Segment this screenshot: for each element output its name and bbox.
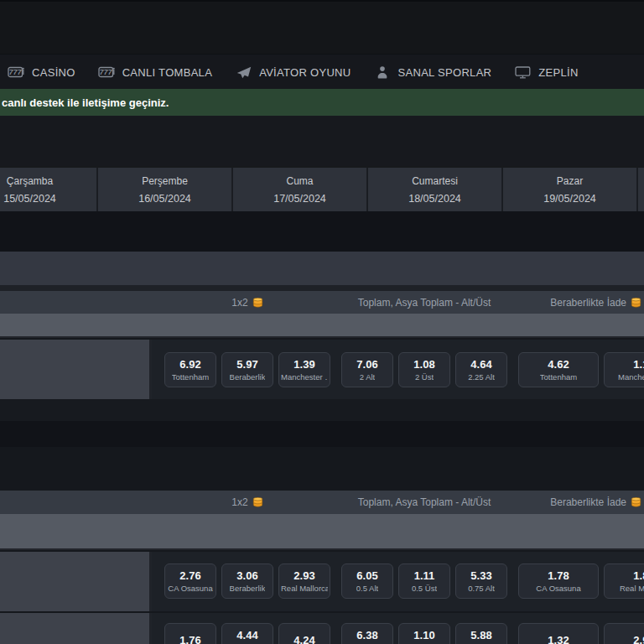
market-header-1x2: 1x2 (164, 291, 330, 314)
odds-label: CA Osasuna (536, 584, 580, 594)
odds-button[interactable]: 1.32 (518, 623, 599, 644)
person-icon (374, 65, 392, 80)
odds-value: 4.44 (236, 629, 257, 641)
date-tab-day: Çarşamba (7, 175, 53, 187)
odds-button[interactable]: 1.082 Üst (398, 352, 450, 387)
odds-value: 2.92 (633, 634, 644, 644)
odds-button[interactable]: 4.642.25 Alt (455, 352, 507, 387)
odds-label: Manchester … (281, 372, 328, 382)
nav-item-label: SANAL SPORLAR (398, 66, 492, 79)
date-tab[interactable]: Pazar19/05/2024 (503, 168, 638, 211)
coins-icon (252, 298, 263, 308)
background-band (0, 421, 644, 447)
odds-value: 1.82 (633, 569, 644, 582)
odds-button[interactable]: 5.882 Alt (455, 623, 507, 644)
nav-item-sanal-sporlar[interactable]: SANAL SPORLAR (374, 65, 492, 80)
date-tab[interactable] (638, 168, 644, 211)
market-header-row: 1x2Toplam, Asya Toplam - Alt/ÜstBeraberl… (0, 491, 644, 514)
odds-label: Beraberlik (230, 372, 266, 382)
match-info-panel[interactable] (0, 613, 152, 644)
date-tab-date: 16/05/2024 (138, 193, 191, 205)
odds-button[interactable]: 4.24 (278, 623, 330, 644)
market-header-label: Beraberlikte İade (550, 496, 626, 508)
odds-button[interactable]: 6.381.75 Alt (341, 623, 393, 644)
date-tab-day: Cuma (286, 175, 313, 187)
market-header-label: Beraberlikte İade (550, 297, 626, 309)
match-info-panel[interactable] (0, 340, 152, 399)
plane-icon (235, 65, 252, 80)
coins-icon (252, 497, 263, 507)
nav-item-label: ZEPLİN (538, 66, 578, 79)
match-info-panel[interactable] (0, 552, 152, 611)
odds-button[interactable]: 1.78CA Osasuna (518, 564, 599, 599)
odds-label: Real Mallorca (281, 584, 328, 594)
background-band (0, 447, 644, 491)
nav-item-label: CANLI TOMBALA (122, 66, 212, 79)
svg-text:777: 777 (9, 68, 23, 76)
odds-label: CA Osasuna (168, 584, 212, 594)
odds-button[interactable]: 1.39Manchester … (278, 352, 330, 387)
odds-label: 2 Üst (415, 372, 434, 382)
odds-button[interactable]: 2.93Real Mallorca (278, 564, 330, 599)
coins-icon (631, 497, 641, 507)
odds-value: 1.10 (413, 629, 434, 641)
odds-button[interactable]: 4.44Beraberlik (221, 623, 273, 644)
date-strip: Çarşamba15/05/2024Perşembe16/05/2024Cuma… (0, 168, 644, 211)
odds-value: 1.39 (293, 358, 314, 371)
odds-value: 4.64 (470, 358, 491, 371)
odds-button[interactable]: 1.110.5 Üst (398, 564, 450, 599)
nav-item-casi-no[interactable]: 777CASİNO (8, 65, 75, 80)
market-header-label: 1x2 (231, 496, 247, 508)
date-tab[interactable]: Cumartesi18/05/2024 (368, 168, 503, 211)
odds-button[interactable]: 2.76CA Osasuna (164, 564, 216, 599)
background-band (0, 116, 644, 166)
odds-button[interactable]: 1.82Real Mallorca (604, 564, 644, 599)
date-tab[interactable]: Perşembe16/05/2024 (98, 168, 233, 211)
market-header-label: 1x2 (231, 297, 247, 309)
odds-button[interactable]: 4.62Tottenham (518, 352, 599, 387)
nav-item-label: CASİNO (32, 66, 75, 79)
background-band (0, 285, 644, 291)
market-header-draw-refund: Beraberlikte İade (443, 491, 644, 514)
odds-button[interactable]: 1.76 (164, 623, 216, 644)
odds-label: Real Mallorca (620, 584, 644, 594)
background-band (0, 252, 644, 285)
odds-button[interactable]: 1.13Manchester … (604, 352, 644, 387)
odds-button[interactable]: 6.92Tottenham (164, 352, 216, 387)
market-sub-band (0, 314, 644, 338)
odds-label: Tottenham (172, 372, 209, 382)
odds-label: Tottenham (540, 372, 577, 382)
odds-value: 6.38 (356, 629, 377, 641)
slot-machine-icon: 777 (98, 65, 116, 80)
odds-button[interactable]: 7.062 Alt (341, 352, 393, 387)
odds-value: 6.92 (179, 358, 200, 371)
odds-button[interactable]: 2.92 (604, 623, 644, 644)
odds-value: 6.05 (356, 569, 377, 582)
nav-item-canli-tombala[interactable]: 777CANLI TOMBALA (98, 65, 212, 80)
odds-label: 0.75 Alt (468, 584, 495, 594)
nav-item-avi-ator-oyunu[interactable]: AVİATOR OYUNU (235, 65, 351, 80)
odds-label: 2.25 Alt (468, 372, 495, 382)
svg-text:777: 777 (99, 68, 112, 76)
odds-button[interactable]: 5.330.75 Alt (455, 564, 507, 599)
odds-label: Manchester … (618, 372, 644, 382)
odds-button[interactable]: 3.06Beraberlik (221, 564, 273, 599)
date-tab[interactable]: Cuma17/05/2024 (233, 168, 368, 211)
background-band (0, 211, 644, 252)
odds-value: 2.93 (293, 569, 314, 582)
odds-button[interactable]: 5.97Beraberlik (221, 352, 273, 387)
odds-value: 1.08 (413, 358, 434, 371)
main-nav: 777CASİNO777CANLI TOMBALAAVİATOR OYUNUSA… (0, 55, 644, 89)
market-header-row: 1x2Toplam, Asya Toplam - Alt/ÜstBeraberl… (0, 291, 644, 314)
date-tab-date: 17/05/2024 (273, 193, 326, 205)
date-tab[interactable]: Çarşamba15/05/2024 (0, 168, 98, 211)
slot-machine-icon: 777 (8, 65, 25, 80)
nav-item-zepli-n[interactable]: ZEPLİN (514, 65, 578, 80)
date-tab-day: Perşembe (142, 175, 188, 187)
support-banner[interactable]: canlı destek ile iletişime geçiniz. (0, 89, 644, 116)
odds-button[interactable]: 6.050.5 Alt (341, 564, 393, 599)
odds-value: 5.33 (470, 569, 491, 582)
odds-value: 2.76 (179, 569, 200, 582)
odds-button[interactable]: 1.101.75 Üst (398, 623, 450, 644)
top-header (0, 0, 644, 55)
